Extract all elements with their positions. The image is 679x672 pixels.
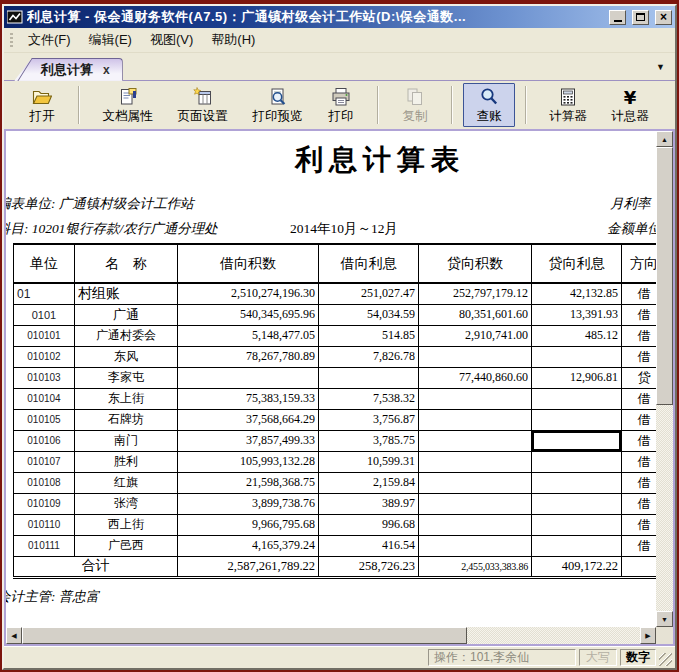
cell-010110-credit_product[interactable] xyxy=(419,514,532,535)
cell-010108-code[interactable]: 010108 xyxy=(14,472,75,493)
cell-01-debit_interest[interactable]: 251,027.47 xyxy=(319,283,419,304)
menu-grip-icon[interactable] xyxy=(10,33,13,48)
vertical-scrollbar[interactable]: ▲ ▼ xyxy=(656,131,673,627)
cell-010106-code[interactable]: 010106 xyxy=(14,430,75,451)
cell-010107-direction[interactable]: 借 xyxy=(622,451,657,472)
cell-0101-direction[interactable]: 借 xyxy=(622,304,657,325)
toolbar-button-page-setup[interactable]: 页面设置 xyxy=(165,83,240,127)
scroll-up-icon[interactable]: ▲ xyxy=(656,131,673,147)
cell-010103-credit_product[interactable]: 77,440,860.60 xyxy=(419,367,532,388)
cell-010106-credit_interest[interactable] xyxy=(532,430,622,451)
cell-010102-credit_product[interactable] xyxy=(419,346,532,367)
window-minimize-button[interactable] xyxy=(609,10,626,25)
cell-010109-debit_product[interactable]: 3,899,738.76 xyxy=(178,493,319,514)
cell-010110-name[interactable]: 西上街 xyxy=(75,514,178,535)
cell-010102-code[interactable]: 010102 xyxy=(14,346,75,367)
cell-010104-debit_interest[interactable]: 7,538.32 xyxy=(319,388,419,409)
cell-010107-name[interactable]: 胜利 xyxy=(75,451,178,472)
cell-010104-credit_interest[interactable] xyxy=(532,388,622,409)
cell-010108-direction[interactable]: 借 xyxy=(622,472,657,493)
cell-010103-credit_interest[interactable]: 12,906.81 xyxy=(532,367,622,388)
cell-010104-debit_product[interactable]: 75,383,159.33 xyxy=(178,388,319,409)
cell-010101-code[interactable]: 010101 xyxy=(14,325,75,346)
cell-01-code[interactable]: 01 xyxy=(14,283,75,304)
cell-010105-credit_product[interactable] xyxy=(419,409,532,430)
cell-010111-credit_product[interactable] xyxy=(419,535,532,556)
cell-010108-credit_product[interactable] xyxy=(419,472,532,493)
cell-010111-name[interactable]: 广邑西 xyxy=(75,535,178,556)
toolbar-button-interest-yuan[interactable]: ¥计息器 xyxy=(599,83,661,127)
cell-010105-debit_product[interactable]: 37,568,664.29 xyxy=(178,409,319,430)
cell-010109-credit_interest[interactable] xyxy=(532,493,622,514)
cell-010101-credit_product[interactable]: 2,910,741.00 xyxy=(419,325,532,346)
cell-010101-credit_interest[interactable]: 485.12 xyxy=(532,325,622,346)
scroll-right-icon[interactable]: ▶ xyxy=(640,627,656,644)
cell-010102-debit_interest[interactable]: 7,826.78 xyxy=(319,346,419,367)
cell-010106-debit_product[interactable]: 37,857,499.33 xyxy=(178,430,319,451)
cell-010106-direction[interactable]: 借 xyxy=(622,430,657,451)
cell-010111-credit_interest[interactable] xyxy=(532,535,622,556)
cell-010110-credit_interest[interactable] xyxy=(532,514,622,535)
toolbar-button-open-folder[interactable]: 打开 xyxy=(16,83,68,127)
cell-010103-debit_product[interactable] xyxy=(178,367,319,388)
cell-010108-debit_product[interactable]: 21,598,368.75 xyxy=(178,472,319,493)
cell-010101-debit_product[interactable]: 5,148,477.05 xyxy=(178,325,319,346)
cell-010102-direction[interactable]: 借 xyxy=(622,346,657,367)
menu-item-3[interactable]: 帮助(H) xyxy=(202,28,264,52)
cell-010106-name[interactable]: 南门 xyxy=(75,430,178,451)
window-maximize-button[interactable] xyxy=(632,10,649,25)
cell-010109-debit_interest[interactable]: 389.97 xyxy=(319,493,419,514)
cell-010107-credit_interest[interactable] xyxy=(532,451,622,472)
horizontal-scrollbar[interactable]: ◀ ▶ xyxy=(6,627,656,644)
toolbar-button-print-preview[interactable]: 打印预览 xyxy=(240,83,315,127)
menu-item-0[interactable]: 文件(F) xyxy=(19,28,80,52)
cell-010111-debit_product[interactable]: 4,165,379.24 xyxy=(178,535,319,556)
toolbar-button-check-account[interactable]: 查账 xyxy=(463,83,515,127)
cell-010105-code[interactable]: 010105 xyxy=(14,409,75,430)
cell-010109-code[interactable]: 010109 xyxy=(14,493,75,514)
cell-01-credit_product[interactable]: 252,797,179.12 xyxy=(419,283,532,304)
cell-010104-direction[interactable]: 借 xyxy=(622,388,657,409)
cell-010102-name[interactable]: 东风 xyxy=(75,346,178,367)
cell-0101-credit_product[interactable]: 80,351,601.60 xyxy=(419,304,532,325)
cell-010103-code[interactable]: 010103 xyxy=(14,367,75,388)
cell-010105-debit_interest[interactable]: 3,756.87 xyxy=(319,409,419,430)
cell-010110-debit_product[interactable]: 9,966,795.68 xyxy=(178,514,319,535)
cell-010103-debit_interest[interactable] xyxy=(319,367,419,388)
scroll-left-icon[interactable]: ◀ xyxy=(6,627,22,644)
cell-0101-code[interactable]: 0101 xyxy=(14,304,75,325)
cell-010101-direction[interactable]: 借 xyxy=(622,325,657,346)
cell-0101-debit_interest[interactable]: 54,034.59 xyxy=(319,304,419,325)
cell-010106-credit_product[interactable] xyxy=(419,430,532,451)
vertical-scroll-thumb[interactable] xyxy=(656,147,673,405)
cell-010104-name[interactable]: 东上街 xyxy=(75,388,178,409)
cell-010105-credit_interest[interactable] xyxy=(532,409,622,430)
cell-010111-code[interactable]: 010111 xyxy=(14,535,75,556)
cell-010107-debit_interest[interactable]: 10,599.31 xyxy=(319,451,419,472)
window-close-button[interactable]: × xyxy=(655,10,672,25)
cell-010108-debit_interest[interactable]: 2,159.84 xyxy=(319,472,419,493)
cell-0101-credit_interest[interactable]: 13,391.93 xyxy=(532,304,622,325)
resize-grip-icon[interactable] xyxy=(659,653,672,666)
cell-010107-credit_product[interactable] xyxy=(419,451,532,472)
cell-010104-credit_product[interactable] xyxy=(419,388,532,409)
cell-010107-code[interactable]: 010107 xyxy=(14,451,75,472)
cell-010110-direction[interactable]: 借 xyxy=(622,514,657,535)
cell-010111-direction[interactable]: 借 xyxy=(622,535,657,556)
tab-interest-calculation[interactable]: 利息计算 x xyxy=(14,58,123,81)
cell-010109-name[interactable]: 张湾 xyxy=(75,493,178,514)
cell-010110-code[interactable]: 010110 xyxy=(14,514,75,535)
cell-010101-name[interactable]: 广通村委会 xyxy=(75,325,178,346)
cell-010102-credit_interest[interactable] xyxy=(532,346,622,367)
cell-01-name[interactable]: 村组账 xyxy=(75,283,178,304)
cell-010105-name[interactable]: 石牌坊 xyxy=(75,409,178,430)
menu-item-1[interactable]: 编辑(E) xyxy=(80,28,141,52)
menu-item-2[interactable]: 视图(V) xyxy=(141,28,202,52)
cell-010107-debit_product[interactable]: 105,993,132.28 xyxy=(178,451,319,472)
cell-010108-credit_interest[interactable] xyxy=(532,472,622,493)
cell-010110-debit_interest[interactable]: 996.68 xyxy=(319,514,419,535)
cell-010109-credit_product[interactable] xyxy=(419,493,532,514)
toolbar-button-calculator[interactable]: 计算器 xyxy=(537,83,599,127)
cell-010106-debit_interest[interactable]: 3,785.75 xyxy=(319,430,419,451)
cell-010108-name[interactable]: 红旗 xyxy=(75,472,178,493)
